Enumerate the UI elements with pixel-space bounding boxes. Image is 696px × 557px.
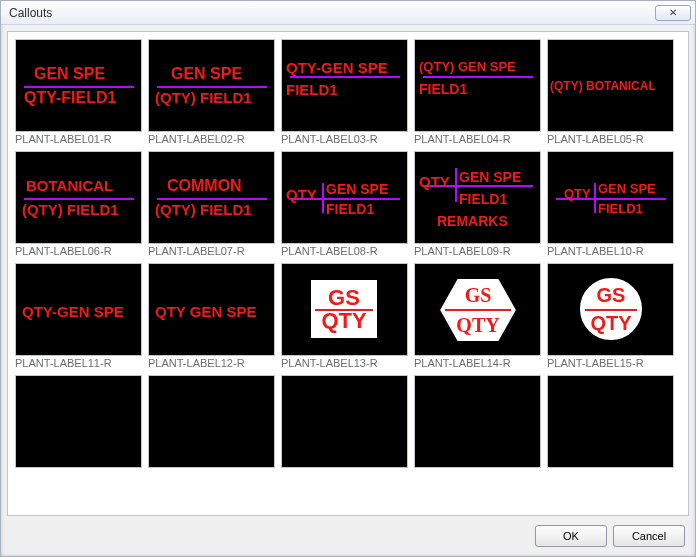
- grid-cell: QTY GEN SPEPLANT-LABEL12-R: [148, 263, 275, 369]
- callout-text: GEN SPE: [326, 182, 388, 196]
- callout-text: GEN SPE: [34, 66, 105, 82]
- grid-cell: QTY-GEN SPEFIELD1PLANT-LABEL03-R: [281, 39, 408, 145]
- callout-thumbnail[interactable]: QTYGEN SPEFIELD1: [281, 151, 408, 244]
- thumbnail-caption: PLANT-LABEL03-R: [281, 133, 408, 145]
- rect-shape: GSQTY: [309, 278, 379, 340]
- callout-thumbnail[interactable]: GEN SPE(QTY) FIELD1: [148, 39, 275, 132]
- grid-cell: QTYGEN SPEFIELD1PLANT-LABEL10-R: [547, 151, 674, 257]
- callout-text: (QTY) BOTANICAL: [550, 80, 656, 92]
- grid-cell: QTYGEN SPEFIELD1PLANT-LABEL08-R: [281, 151, 408, 257]
- callout-text: (QTY) GEN SPE: [419, 60, 516, 73]
- callout-thumbnail[interactable]: GSQTY: [281, 263, 408, 356]
- grid-cell: BOTANICAL(QTY) FIELD1PLANT-LABEL06-R: [15, 151, 142, 257]
- callout-text: QTY: [419, 174, 450, 189]
- grid-cell: [547, 375, 674, 468]
- callout-text: QTY: [286, 187, 317, 202]
- callout-text: QTY-FIELD1: [24, 90, 116, 106]
- callout-text: QTY: [564, 187, 591, 200]
- callout-text: GS: [580, 284, 642, 307]
- callout-text: FIELD1: [459, 192, 507, 206]
- callout-text: GEN SPE: [598, 182, 656, 195]
- dialog-title: Callouts: [9, 6, 52, 20]
- callout-text: COMMON: [167, 178, 242, 194]
- dialog-footer: OK Cancel: [1, 522, 695, 556]
- grid-cell: GSQTYPLANT-LABEL14-R: [414, 263, 541, 369]
- thumbnail-caption: PLANT-LABEL10-R: [547, 245, 674, 257]
- grid-cell: GSQTYPLANT-LABEL15-R: [547, 263, 674, 369]
- callout-thumbnail[interactable]: [414, 375, 541, 468]
- callout-text: GEN SPE: [459, 170, 521, 184]
- thumbnail-caption: PLANT-LABEL02-R: [148, 133, 275, 145]
- divider: [585, 309, 637, 311]
- thumbnail-caption: PLANT-LABEL14-R: [414, 357, 541, 369]
- grid-cell: GEN SPEQTY-FIELD1PLANT-LABEL01-R: [15, 39, 142, 145]
- grid-cell: (QTY) GEN SPEFIELD1PLANT-LABEL04-R: [414, 39, 541, 145]
- callout-thumbnail[interactable]: QTYGEN SPEFIELD1REMARKS: [414, 151, 541, 244]
- divider: [157, 86, 267, 88]
- grid-cell: QTY-GEN SPEPLANT-LABEL11-R: [15, 263, 142, 369]
- close-button[interactable]: ✕: [655, 5, 691, 21]
- thumbnail-caption: PLANT-LABEL07-R: [148, 245, 275, 257]
- callout-thumbnail[interactable]: BOTANICAL(QTY) FIELD1: [15, 151, 142, 244]
- thumbnail-grid: GEN SPEQTY-FIELD1PLANT-LABEL01-RGEN SPE(…: [15, 39, 681, 468]
- hex-shape: GSQTY: [437, 276, 519, 344]
- divider: [24, 86, 134, 88]
- divider: [290, 76, 400, 78]
- callout-thumbnail[interactable]: QTY GEN SPE: [148, 263, 275, 356]
- thumbnail-caption: PLANT-LABEL08-R: [281, 245, 408, 257]
- grid-cell: [414, 375, 541, 468]
- callout-thumbnail[interactable]: GSQTY: [547, 263, 674, 356]
- callout-text: QTY: [311, 308, 377, 334]
- callout-text: FIELD1: [598, 202, 643, 215]
- divider-vertical: [322, 183, 324, 213]
- callout-text: BOTANICAL: [26, 178, 113, 193]
- callout-thumbnail[interactable]: (QTY) GEN SPEFIELD1: [414, 39, 541, 132]
- circle-shape: GSQTY: [578, 276, 644, 342]
- grid-cell: GEN SPE(QTY) FIELD1PLANT-LABEL02-R: [148, 39, 275, 145]
- callout-thumbnail[interactable]: [281, 375, 408, 468]
- dialog-window: Callouts ✕ GEN SPEQTY-FIELD1PLANT-LABEL0…: [0, 0, 696, 557]
- callout-thumbnail[interactable]: [148, 375, 275, 468]
- callout-text: REMARKS: [437, 214, 508, 228]
- callout-text: GEN SPE: [171, 66, 242, 82]
- callout-thumbnail[interactable]: GSQTY: [414, 263, 541, 356]
- grid-cell: [281, 375, 408, 468]
- thumbnail-caption: PLANT-LABEL04-R: [414, 133, 541, 145]
- thumbnail-caption: PLANT-LABEL15-R: [547, 357, 674, 369]
- callout-thumbnail[interactable]: GEN SPEQTY-FIELD1: [15, 39, 142, 132]
- callout-thumbnail[interactable]: QTY-GEN SPE: [15, 263, 142, 356]
- grid-cell: [148, 375, 275, 468]
- ok-button[interactable]: OK: [535, 525, 607, 547]
- divider: [423, 76, 533, 78]
- divider: [24, 198, 134, 200]
- thumbnail-caption: PLANT-LABEL13-R: [281, 357, 408, 369]
- callout-thumbnail[interactable]: [15, 375, 142, 468]
- thumbnail-caption: PLANT-LABEL11-R: [15, 357, 142, 369]
- content-panel: GEN SPEQTY-FIELD1PLANT-LABEL01-RGEN SPE(…: [7, 31, 689, 516]
- grid-cell: (QTY) BOTANICALPLANT-LABEL05-R: [547, 39, 674, 145]
- cancel-button[interactable]: Cancel: [613, 525, 685, 547]
- callout-text: (QTY) FIELD1: [155, 202, 252, 217]
- callout-thumbnail[interactable]: QTYGEN SPEFIELD1: [547, 151, 674, 244]
- svg-text:QTY: QTY: [456, 314, 500, 336]
- svg-text:GS: GS: [465, 284, 492, 306]
- divider-vertical: [455, 168, 457, 202]
- callout-thumbnail[interactable]: (QTY) BOTANICAL: [547, 39, 674, 132]
- callout-text: QTY GEN SPE: [155, 304, 256, 319]
- divider-vertical: [594, 183, 596, 213]
- thumbnail-caption: PLANT-LABEL09-R: [414, 245, 541, 257]
- callout-text: FIELD1: [286, 82, 338, 97]
- close-icon: ✕: [669, 7, 677, 18]
- callout-thumbnail[interactable]: COMMON(QTY) FIELD1: [148, 151, 275, 244]
- titlebar: Callouts ✕: [1, 1, 695, 25]
- thumbnail-caption: PLANT-LABEL01-R: [15, 133, 142, 145]
- thumbnail-caption: PLANT-LABEL05-R: [547, 133, 674, 145]
- grid-cell: COMMON(QTY) FIELD1PLANT-LABEL07-R: [148, 151, 275, 257]
- callout-text: FIELD1: [419, 82, 467, 96]
- callout-thumbnail[interactable]: QTY-GEN SPEFIELD1: [281, 39, 408, 132]
- thumbnail-caption: PLANT-LABEL06-R: [15, 245, 142, 257]
- callout-text: QTY-GEN SPE: [22, 304, 124, 319]
- callout-text: FIELD1: [326, 202, 374, 216]
- callout-text: QTY-GEN SPE: [286, 60, 388, 75]
- callout-thumbnail[interactable]: [547, 375, 674, 468]
